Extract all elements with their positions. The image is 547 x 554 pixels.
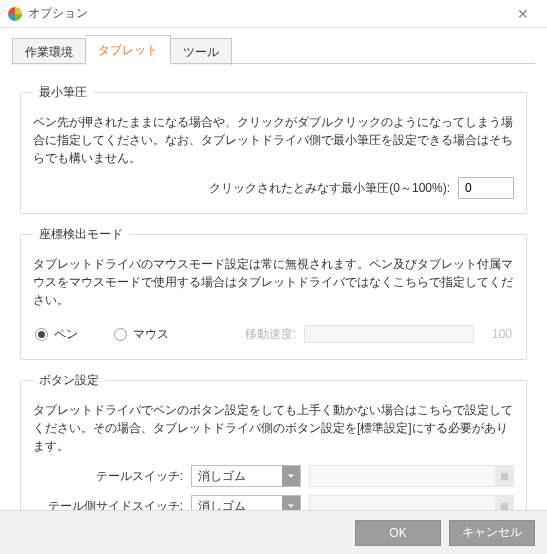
- tail-switch-combo[interactable]: 消しゴム: [191, 465, 301, 487]
- radio-mouse-label: マウス: [133, 326, 169, 343]
- radio-dot-icon: [114, 328, 127, 341]
- app-icon: [8, 7, 22, 21]
- ok-button[interactable]: OK: [355, 520, 441, 546]
- group-coord-legend: 座標検出モード: [33, 226, 129, 243]
- svg-rect-0: [500, 472, 507, 479]
- button-row-tail: テールスイッチ: 消しゴム: [33, 465, 514, 487]
- close-icon[interactable]: ✕: [507, 6, 539, 22]
- tab-tablet[interactable]: タブレット: [86, 35, 171, 64]
- tabs: 作業環境 タブレット ツール: [12, 38, 535, 64]
- tail-switch-value: 消しゴム: [192, 468, 282, 485]
- tab-panel-tablet: 最小筆圧 ペン先が押されたままになる場合や、クリックがダブルクリックのようになっ…: [12, 64, 535, 554]
- tab-tools[interactable]: ツール: [171, 38, 232, 65]
- radio-pen-label: ペン: [54, 326, 78, 343]
- window-title: オプション: [28, 5, 507, 22]
- tail-switch-extra: [309, 465, 514, 487]
- titlebar: オプション ✕: [0, 0, 547, 28]
- button-desc: タブレットドライバでペンのボタン設定をしても上手く動かない場合はこちらで設定して…: [33, 401, 514, 455]
- move-speed-value: 100: [482, 327, 512, 341]
- min-pressure-desc: ペン先が押されたままになる場合や、クリックがダブルクリックのようになってしまう場…: [33, 113, 514, 167]
- dialog-footer: OK キャンセル: [0, 510, 547, 554]
- content-area: 作業環境 タブレット ツール 最小筆圧 ペン先が押されたままになる場合や、クリッ…: [0, 28, 547, 554]
- chevron-down-icon: [282, 466, 300, 486]
- tail-switch-label: テールスイッチ:: [33, 468, 183, 485]
- move-speed-slider: [304, 325, 474, 343]
- radio-mouse[interactable]: マウス: [114, 326, 169, 343]
- radio-dot-icon: [35, 328, 48, 341]
- cancel-button[interactable]: キャンセル: [449, 520, 535, 546]
- group-coord-mode: 座標検出モード タブレットドライバのマウスモード設定は常に無視されます。ペン及び…: [20, 226, 527, 360]
- group-button-legend: ボタン設定: [33, 372, 105, 389]
- coord-desc: タブレットドライバのマウスモード設定は常に無視されます。ペン及びタブレット付属マ…: [33, 255, 514, 309]
- group-min-pressure: 最小筆圧 ペン先が押されたままになる場合や、クリックがダブルクリックのようになっ…: [20, 84, 527, 214]
- move-speed: 移動速度: 100: [205, 325, 512, 343]
- min-pressure-label: クリックされたとみなす最小筆圧(0～100%):: [209, 180, 450, 197]
- group-min-pressure-legend: 最小筆圧: [33, 84, 93, 101]
- move-speed-label: 移動速度:: [245, 326, 296, 343]
- svg-rect-1: [500, 502, 507, 509]
- radio-pen[interactable]: ペン: [35, 326, 78, 343]
- tab-work-env[interactable]: 作業環境: [12, 38, 86, 65]
- ellipsis-icon: [495, 466, 513, 486]
- min-pressure-input[interactable]: [458, 177, 514, 199]
